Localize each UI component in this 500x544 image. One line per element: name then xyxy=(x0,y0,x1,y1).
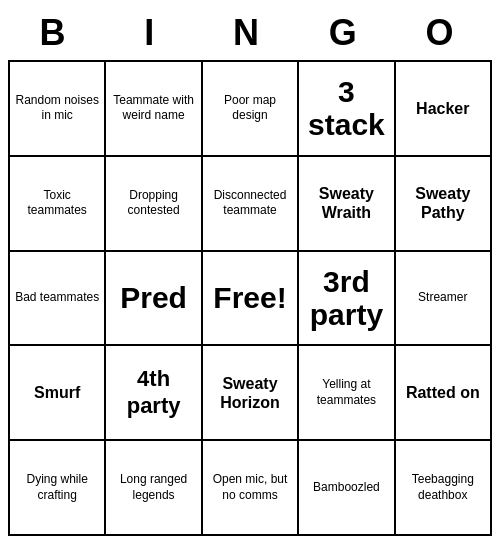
cell-text: Teammate with weird name xyxy=(110,93,196,124)
cell-text: 3rd party xyxy=(303,265,389,331)
cell-r1-c1: Dropping contested xyxy=(106,157,202,252)
cell-r4-c0: Dying while crafting xyxy=(10,441,106,536)
cell-r3-c4: Ratted on xyxy=(396,346,492,441)
cell-text: Streamer xyxy=(418,290,467,306)
cell-r1-c4: Sweaty Pathy xyxy=(396,157,492,252)
bingo-grid: Random noises in micTeammate with weird … xyxy=(8,60,492,536)
cell-text: Free! xyxy=(213,281,286,314)
cell-text: Ratted on xyxy=(406,383,480,402)
cell-text: Sweaty Wraith xyxy=(303,184,389,222)
cell-r0-c4: Hacker xyxy=(396,62,492,157)
cell-text: Random noises in mic xyxy=(14,93,100,124)
cell-r0-c1: Teammate with weird name xyxy=(106,62,202,157)
cell-text: Disconnected teammate xyxy=(207,188,293,219)
cell-r2-c3: 3rd party xyxy=(299,252,395,347)
cell-r3-c1: 4th party xyxy=(106,346,202,441)
cell-r1-c0: Toxic teammates xyxy=(10,157,106,252)
cell-text: 3 stack xyxy=(303,75,389,141)
cell-r4-c4: Teebagging deathbox xyxy=(396,441,492,536)
cell-text: Long ranged legends xyxy=(110,472,196,503)
cell-text: Bad teammates xyxy=(15,290,99,306)
cell-r2-c4: Streamer xyxy=(396,252,492,347)
cell-r2-c2: Free! xyxy=(203,252,299,347)
cell-r4-c2: Open mic, but no comms xyxy=(203,441,299,536)
cell-text: Yelling at teammates xyxy=(303,377,389,408)
cell-text: Dying while crafting xyxy=(14,472,100,503)
cell-r2-c1: Pred xyxy=(106,252,202,347)
title-letter: I xyxy=(105,12,202,54)
cell-text: Open mic, but no comms xyxy=(207,472,293,503)
title-letter: O xyxy=(395,12,492,54)
cell-text: Pred xyxy=(120,281,187,314)
cell-text: Smurf xyxy=(34,383,80,402)
cell-text: Poor map design xyxy=(207,93,293,124)
cell-r2-c0: Bad teammates xyxy=(10,252,106,347)
cell-r4-c3: Bamboozled xyxy=(299,441,395,536)
title-letter: G xyxy=(298,12,395,54)
cell-r1-c3: Sweaty Wraith xyxy=(299,157,395,252)
cell-r3-c2: Sweaty Horizon xyxy=(203,346,299,441)
title-letter: B xyxy=(8,12,105,54)
cell-text: Sweaty Horizon xyxy=(207,374,293,412)
cell-text: Sweaty Pathy xyxy=(400,184,486,222)
cell-text: Dropping contested xyxy=(110,188,196,219)
cell-r0-c0: Random noises in mic xyxy=(10,62,106,157)
cell-text: Bamboozled xyxy=(313,480,380,496)
cell-r1-c2: Disconnected teammate xyxy=(203,157,299,252)
cell-text: Hacker xyxy=(416,99,469,118)
cell-text: 4th party xyxy=(110,366,196,419)
cell-r0-c2: Poor map design xyxy=(203,62,299,157)
cell-r4-c1: Long ranged legends xyxy=(106,441,202,536)
cell-text: Teebagging deathbox xyxy=(400,472,486,503)
cell-r0-c3: 3 stack xyxy=(299,62,395,157)
title-letter: N xyxy=(202,12,299,54)
cell-text: Toxic teammates xyxy=(14,188,100,219)
cell-r3-c3: Yelling at teammates xyxy=(299,346,395,441)
bingo-title: BINGO xyxy=(8,8,492,60)
cell-r3-c0: Smurf xyxy=(10,346,106,441)
